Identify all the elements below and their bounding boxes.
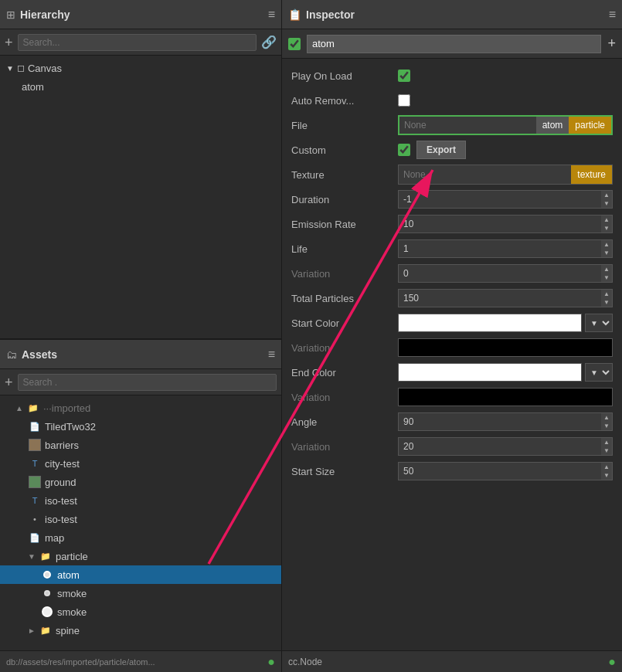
assets-iso-test-2[interactable]: • iso-test: [0, 510, 281, 528]
life-variation-input[interactable]: [398, 264, 601, 283]
angle-variation-input[interactable]: [398, 437, 601, 456]
end-color-variation-swatch[interactable]: [398, 388, 613, 406]
emission-rate-input[interactable]: [398, 215, 601, 233]
life-variation-down[interactable]: ▼: [601, 273, 612, 282]
hierarchy-search-icon: 🔗: [261, 35, 277, 49]
angle-variation-down[interactable]: ▼: [601, 446, 612, 455]
inspector-status-bar: cc.Node ●: [282, 650, 622, 672]
life-input[interactable]: [398, 239, 601, 258]
prop-end-color: End Color ▼: [282, 360, 622, 385]
assets-smoke-1[interactable]: smoke: [0, 584, 281, 602]
imported-folder-icon: 📁: [26, 401, 40, 415]
canvas-arrow: ▼: [6, 64, 14, 73]
assets-section: 🗂 Assets ≡ + ▲ 📁 ···imported 📄 TiledTwo3…: [0, 340, 281, 672]
inspector-name-bar: +: [282, 29, 622, 59]
inspector-title: Inspector: [306, 8, 604, 21]
emission-rate-value: ▲ ▼: [398, 215, 613, 233]
iso-test-2-icon: •: [28, 512, 42, 526]
hierarchy-title: Hierarchy: [20, 8, 263, 21]
start-color-variation-swatch[interactable]: [398, 338, 613, 357]
start-size-input[interactable]: [398, 462, 601, 480]
assets-atom[interactable]: atom: [0, 565, 281, 584]
tree-item-canvas[interactable]: ▼ ◻ Canvas: [0, 59, 281, 77]
tree-item-atom[interactable]: atom: [0, 77, 281, 96]
start-color-swatch[interactable]: [398, 314, 582, 332]
total-particles-down[interactable]: ▼: [601, 298, 612, 307]
angle-variation-up[interactable]: ▲: [601, 438, 612, 446]
life-variation-up[interactable]: ▲: [601, 265, 612, 273]
hierarchy-tree: ▼ ◻ Canvas atom: [0, 56, 281, 338]
tiledtwo32-icon: 📄: [28, 419, 42, 433]
end-color-variation-value: [398, 388, 613, 406]
custom-checkbox[interactable]: [398, 144, 410, 156]
barriers-label: barriers: [45, 440, 79, 451]
prop-life-variation: Variation ▲ ▼: [282, 261, 622, 286]
end-color-dropdown[interactable]: ▼: [585, 363, 613, 382]
end-color-swatch[interactable]: [398, 363, 582, 382]
start-size-up[interactable]: ▲: [601, 463, 612, 471]
assets-imported-folder[interactable]: ▲ 📁 ···imported: [0, 399, 281, 417]
prop-angle-variation: Variation ▲ ▼: [282, 434, 622, 459]
inspector-header-icon: 📋: [288, 8, 301, 21]
hierarchy-add-button[interactable]: +: [5, 36, 13, 49]
file-atom-tag: atom: [536, 117, 569, 134]
duration-input[interactable]: [398, 190, 601, 209]
auto-remove-checkbox[interactable]: [398, 94, 410, 107]
assets-map[interactable]: 📄 map: [0, 528, 281, 547]
play-on-load-value: [398, 70, 613, 82]
assets-spine-folder[interactable]: ► 📁 spine: [0, 621, 281, 640]
life-up[interactable]: ▲: [601, 240, 612, 249]
assets-menu-icon[interactable]: ≡: [268, 348, 275, 361]
angle-variation-value: ▲ ▼: [398, 437, 613, 456]
prop-custom: Custom Export: [282, 137, 622, 162]
start-color-dropdown[interactable]: ▼: [585, 314, 613, 332]
total-particles-input[interactable]: [398, 289, 601, 307]
texture-value: None texture: [398, 165, 613, 185]
file-none-text: None: [399, 117, 536, 134]
texture-field[interactable]: None texture: [398, 165, 613, 185]
assets-ground[interactable]: ground: [0, 473, 281, 491]
assets-barriers[interactable]: barriers: [0, 436, 281, 454]
angle-spinner: ▲ ▼: [601, 412, 613, 431]
node-name-input[interactable]: [307, 35, 601, 53]
start-size-down[interactable]: ▼: [601, 471, 612, 480]
duration-down[interactable]: ▼: [601, 199, 612, 208]
file-field[interactable]: None atom particle: [398, 115, 613, 135]
emission-rate-up[interactable]: ▲: [601, 216, 612, 224]
assets-smoke-2[interactable]: smoke: [0, 602, 281, 621]
spine-folder-icon: 📁: [39, 623, 53, 637]
prop-angle: Angle ▲ ▼: [282, 409, 622, 434]
total-particles-up[interactable]: ▲: [601, 290, 612, 298]
inspector-menu-icon[interactable]: ≡: [609, 8, 616, 22]
smoke-2-label: smoke: [57, 606, 87, 618]
hierarchy-menu-icon[interactable]: ≡: [268, 8, 275, 22]
start-color-value: ▼: [398, 314, 613, 332]
assets-add-button[interactable]: +: [5, 375, 13, 389]
assets-particle-folder[interactable]: ▼ 📁 particle: [0, 547, 281, 565]
emission-rate-down[interactable]: ▼: [601, 224, 612, 232]
prop-texture: Texture None texture: [282, 162, 622, 187]
duration-up[interactable]: ▲: [601, 191, 612, 199]
inspector-header: 📋 Inspector ≡: [282, 0, 622, 29]
life-variation-value: ▲ ▼: [398, 264, 613, 283]
node-add-component-button[interactable]: +: [607, 36, 616, 52]
auto-remove-value: [398, 94, 613, 107]
angle-input[interactable]: [398, 412, 601, 431]
life-down[interactable]: ▼: [601, 249, 612, 257]
angle-down[interactable]: ▼: [601, 422, 612, 430]
angle-up[interactable]: ▲: [601, 413, 612, 422]
assets-search-input[interactable]: [18, 374, 277, 391]
atom-asset-label: atom: [57, 569, 80, 581]
start-size-value: ▲ ▼: [398, 462, 613, 480]
assets-tiledtwo32[interactable]: 📄 TiledTwo32: [0, 417, 281, 436]
node-enabled-checkbox[interactable]: [288, 38, 301, 50]
file-particle-tag: particle: [569, 117, 611, 134]
export-button[interactable]: Export: [416, 141, 466, 159]
assets-iso-test-1[interactable]: T iso-test: [0, 491, 281, 510]
hierarchy-search-input[interactable]: [18, 34, 257, 51]
play-on-load-checkbox[interactable]: [398, 70, 410, 82]
spine-folder-arrow: ►: [28, 626, 36, 635]
life-variation-spinner: ▲ ▼: [601, 264, 613, 283]
assets-city-test[interactable]: T city-test: [0, 454, 281, 473]
end-color-variation-label: Variation: [291, 392, 392, 403]
